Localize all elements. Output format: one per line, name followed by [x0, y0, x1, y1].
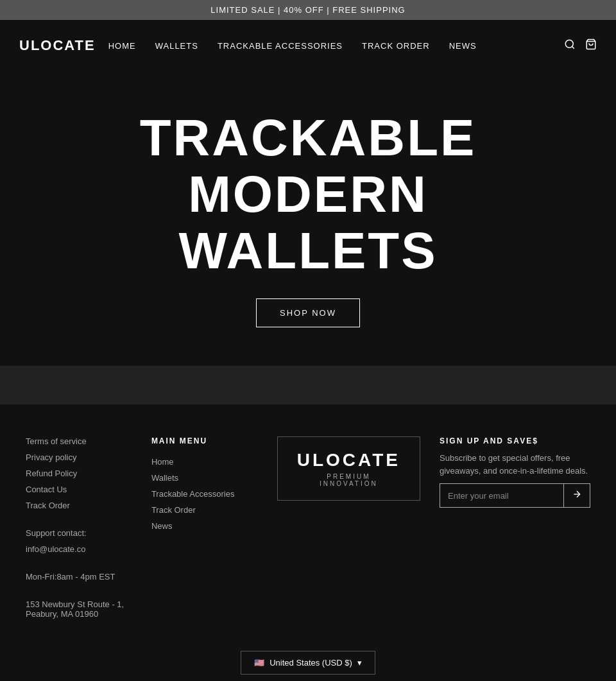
footer-grid: Terms of service Privacy policy Refund P…: [26, 436, 590, 625]
svg-line-1: [572, 46, 574, 48]
footer-main-menu-heading: MAIN MENU: [151, 436, 258, 445]
nav-home[interactable]: HOME: [108, 41, 136, 51]
footer-link-refund[interactable]: Refund Policy: [26, 469, 132, 478]
footer-logo-sub: PREMIUM INNOVATION: [297, 473, 400, 487]
footer-signup-col: SIGN UP AND SAVE$ Subscribe to get speci…: [440, 436, 590, 625]
signup-heading: SIGN UP AND SAVE$: [440, 436, 590, 445]
hero-line2: MODERN: [188, 166, 428, 223]
footer-address: 153 Newbury St Route - 1, Peabury, MA 01…: [26, 599, 132, 619]
country-label: United States (USD $): [270, 658, 352, 668]
site-logo[interactable]: ULOCATE: [19, 37, 96, 54]
footer-menu-track-order[interactable]: Track Order: [151, 505, 258, 515]
shop-now-button[interactable]: SHOP NOW: [256, 298, 360, 327]
divider: [0, 366, 616, 404]
cart-icon: [585, 39, 597, 50]
footer-logo-col: ULOCATE PREMIUM INNOVATION: [277, 436, 420, 625]
email-submit-button[interactable]: [563, 484, 590, 507]
footer-link-track[interactable]: Track Order: [26, 501, 132, 510]
footer-link-terms[interactable]: Terms of service: [26, 436, 132, 446]
footer-logo-name: ULOCATE: [297, 450, 400, 470]
hero-heading: TRACKABLE MODERN WALLETS: [140, 110, 477, 279]
site-header: ULOCATE HOME WALLETS TRACKABLE ACCESSORI…: [0, 20, 616, 71]
footer-menu-wallets[interactable]: Wallets: [151, 473, 258, 483]
signup-text: Subscribe to get special offers, free gi…: [440, 452, 590, 477]
search-icon: [564, 39, 576, 50]
footer-hours: Mon-Fri:8am - 4pm EST: [26, 572, 132, 582]
footer-logo-container: ULOCATE PREMIUM INNOVATION: [277, 436, 420, 501]
flag-icon: 🇺🇸: [254, 658, 264, 668]
header-icons: [564, 39, 597, 53]
nav-trackable-accessories[interactable]: TRACKABLE ACCESSORIES: [218, 41, 343, 51]
footer-main-menu-col: MAIN MENU Home Wallets Trackable Accesso…: [151, 436, 258, 625]
footer-support-email: info@ulocate.co: [26, 544, 132, 554]
footer-menu-news[interactable]: News: [151, 521, 258, 531]
country-section: 🇺🇸 United States (USD $) ▾: [26, 651, 590, 675]
nav-wallets[interactable]: WALLETS: [155, 41, 198, 51]
promotional-banner: LIMITED SALE | 40% OFF | FREE SHIPPING: [0, 0, 616, 20]
nav-news[interactable]: NEWS: [449, 41, 477, 51]
cart-button[interactable]: [585, 39, 597, 53]
country-selector-button[interactable]: 🇺🇸 United States (USD $) ▾: [241, 651, 375, 675]
arrow-icon: [572, 489, 582, 499]
main-nav: HOME WALLETS TRACKABLE ACCESSORIES TRACK…: [108, 41, 477, 51]
svg-point-0: [565, 40, 573, 47]
search-button[interactable]: [564, 39, 576, 53]
site-footer: Terms of service Privacy policy Refund P…: [0, 404, 616, 681]
hero-line1: TRACKABLE: [140, 109, 477, 166]
footer-link-contact[interactable]: Contact Us: [26, 485, 132, 494]
footer-menu-trackable[interactable]: Trackable Accessories: [151, 489, 258, 499]
banner-text: LIMITED SALE | 40% OFF | FREE SHIPPING: [210, 5, 405, 15]
footer-link-privacy[interactable]: Privacy policy: [26, 453, 132, 462]
hero-line3: WALLETS: [178, 222, 437, 279]
chevron-down-icon: ▾: [357, 658, 362, 668]
nav-track-order[interactable]: TRACK ORDER: [362, 41, 430, 51]
footer-menu-home[interactable]: Home: [151, 457, 258, 467]
hero-section: TRACKABLE MODERN WALLETS SHOP NOW: [0, 71, 616, 366]
email-form: [440, 483, 590, 508]
footer-links-col: Terms of service Privacy policy Refund P…: [26, 436, 132, 625]
footer-support-label: Support contact:: [26, 528, 132, 538]
email-input[interactable]: [440, 484, 563, 507]
